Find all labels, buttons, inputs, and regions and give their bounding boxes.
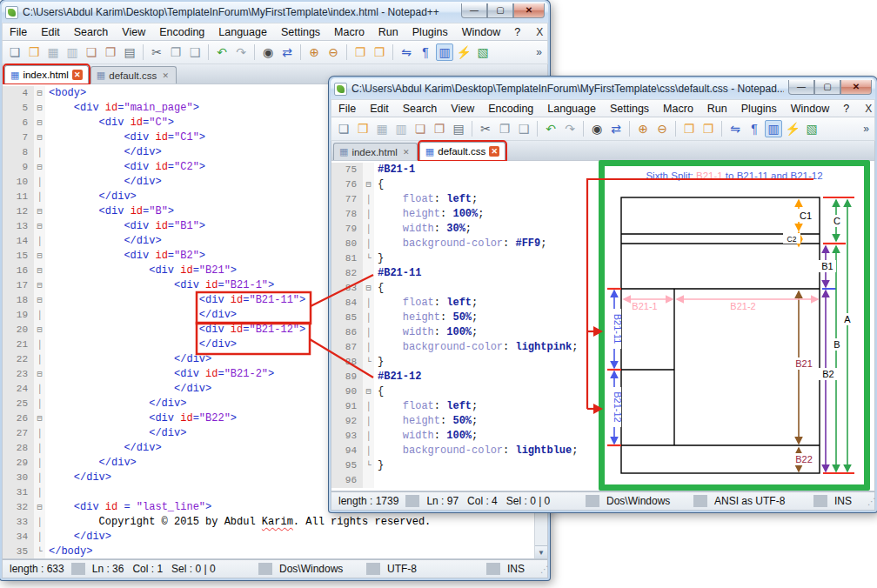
fold-margin[interactable]: │ [34, 530, 45, 545]
menu-run[interactable]: Run [700, 100, 734, 117]
fold-margin[interactable]: │ [363, 414, 374, 429]
save-all-icon[interactable]: ▥ [64, 43, 81, 61]
menu-view[interactable]: View [444, 100, 481, 117]
document-map-icon[interactable]: ▧ [474, 43, 492, 61]
minimize-button[interactable]: — [788, 80, 814, 95]
menu-plugins[interactable]: Plugins [734, 100, 784, 117]
menu-settings[interactable]: Settings [274, 23, 327, 40]
show-all-characters-icon[interactable]: ¶ [746, 120, 763, 137]
word-wrap-icon[interactable]: ⇋ [726, 120, 744, 137]
fold-margin[interactable]: └ [363, 355, 374, 370]
replace-icon[interactable]: ⇄ [278, 43, 296, 61]
fold-margin[interactable]: ⊟ [34, 264, 45, 278]
menu-run[interactable]: Run [372, 23, 405, 40]
tab-default-css[interactable]: ▦default.css✕ [419, 142, 505, 160]
new-file-icon[interactable]: ❏ [335, 120, 352, 137]
menu-edit[interactable]: Edit [34, 23, 67, 40]
menu-macro[interactable]: Macro [327, 23, 372, 40]
fold-margin[interactable]: │ [363, 237, 374, 251]
word-wrap-icon[interactable]: ⇋ [398, 43, 415, 61]
fold-margin[interactable]: ⊟ [34, 86, 45, 101]
save-icon[interactable]: ▦ [44, 43, 62, 61]
close-document-icon[interactable]: ❏ [83, 43, 100, 61]
fold-margin[interactable]: ⊟ [34, 278, 45, 293]
tab-close-icon[interactable]: ✕ [489, 146, 499, 157]
fold-margin[interactable]: │ [363, 311, 374, 325]
fold-margin[interactable] [363, 266, 374, 281]
paste-icon[interactable]: ❑ [186, 43, 204, 61]
fold-margin[interactable]: │ [363, 340, 374, 355]
fold-margin[interactable]: ⊟ [363, 177, 374, 192]
fold-margin[interactable]: │ [363, 207, 374, 222]
zoom-in-icon[interactable]: ⊕ [634, 120, 652, 137]
copy-icon[interactable]: ❐ [167, 43, 184, 61]
fold-margin[interactable]: └ [363, 251, 374, 266]
save-all-icon[interactable]: ▥ [392, 120, 410, 137]
menu-edit[interactable]: Edit [363, 100, 396, 117]
toolbar-overflow-chevron[interactable]: » [536, 46, 544, 58]
fold-margin[interactable]: │ [363, 325, 374, 340]
function-list-icon[interactable]: ⚡ [784, 120, 801, 137]
cut-icon[interactable]: ✂ [148, 43, 165, 61]
zoom-out-icon[interactable]: ⊖ [325, 43, 342, 61]
close-document-icon[interactable]: ❏ [412, 120, 429, 137]
close-all-documents-icon[interactable]: ❐ [102, 43, 119, 61]
tab-close-icon[interactable]: ✕ [160, 70, 171, 81]
close-button[interactable]: ✕ [513, 3, 545, 18]
titlebar[interactable]: C:\Users\Abdul Karim\Desktop\TemplateInF… [331, 78, 875, 99]
fold-margin[interactable]: │ [34, 471, 45, 485]
fold-margin[interactable]: │ [34, 234, 45, 249]
fold-margin[interactable]: │ [363, 399, 374, 414]
fold-margin[interactable]: │ [34, 352, 45, 367]
new-file-icon[interactable]: ❏ [6, 43, 23, 61]
fold-margin[interactable]: ⊟ [34, 130, 45, 145]
tab-close-icon[interactable]: ✕ [401, 147, 412, 157]
maximize-button[interactable]: ▢ [814, 80, 840, 95]
fold-margin[interactable]: ⊟ [34, 204, 45, 219]
menu-plugins[interactable]: Plugins [405, 23, 455, 40]
print-icon[interactable]: ▤ [121, 43, 138, 61]
undo-icon[interactable]: ↶ [213, 43, 231, 61]
fold-margin[interactable]: │ [363, 192, 374, 207]
fold-margin[interactable]: ⊟ [363, 281, 374, 296]
save-icon[interactable]: ▦ [373, 120, 391, 137]
tab-close-icon[interactable]: ✕ [72, 70, 83, 80]
menu-search[interactable]: Search [67, 23, 116, 40]
fold-margin[interactable]: │ [363, 444, 374, 458]
tab-default-css[interactable]: ▦default.css✕ [90, 66, 177, 84]
fold-margin[interactable]: │ [34, 382, 45, 397]
fold-margin[interactable] [363, 370, 374, 384]
close-document-x[interactable]: X [527, 26, 552, 38]
menu-settings[interactable]: Settings [603, 100, 656, 117]
fold-margin[interactable]: │ [34, 308, 45, 323]
document-map-icon[interactable]: ▧ [803, 120, 820, 137]
minimize-button[interactable]: — [461, 3, 487, 18]
menu-window[interactable]: Window [455, 23, 507, 40]
paste-icon[interactable]: ❑ [515, 120, 532, 137]
find-icon[interactable]: ◉ [259, 43, 277, 61]
fold-margin[interactable]: ⊟ [34, 367, 45, 382]
fold-margin[interactable]: │ [34, 397, 45, 411]
fold-margin[interactable]: │ [34, 337, 45, 352]
menu-language[interactable]: Language [211, 23, 274, 40]
fold-margin[interactable]: └ [34, 545, 45, 558]
fold-margin[interactable]: ⊟ [34, 160, 45, 175]
fold-margin[interactable] [363, 163, 374, 177]
fold-margin[interactable]: │ [363, 296, 374, 311]
close-document-x[interactable]: X [856, 103, 877, 115]
redo-icon[interactable]: ↷ [561, 120, 579, 137]
zoom-out-icon[interactable]: ⊖ [653, 120, 671, 137]
fold-margin[interactable]: └ [363, 458, 374, 473]
replace-icon[interactable]: ⇄ [607, 120, 625, 137]
fold-margin[interactable] [363, 473, 374, 488]
fold-margin[interactable]: ⊟ [34, 101, 45, 116]
sync-vertical-scroll-icon[interactable]: ❐ [351, 43, 369, 61]
toolbar-overflow-chevron[interactable]: » [863, 123, 871, 135]
fold-margin[interactable]: ⊟ [34, 411, 45, 426]
open-folder-icon[interactable]: ❒ [25, 43, 43, 61]
menu-view[interactable]: View [115, 23, 152, 40]
indent-guide-icon[interactable]: ▥ [765, 120, 782, 137]
fold-margin[interactable]: ⊟ [363, 384, 374, 399]
fold-margin[interactable]: ⊟ [34, 293, 45, 308]
fold-margin[interactable]: │ [363, 222, 374, 237]
